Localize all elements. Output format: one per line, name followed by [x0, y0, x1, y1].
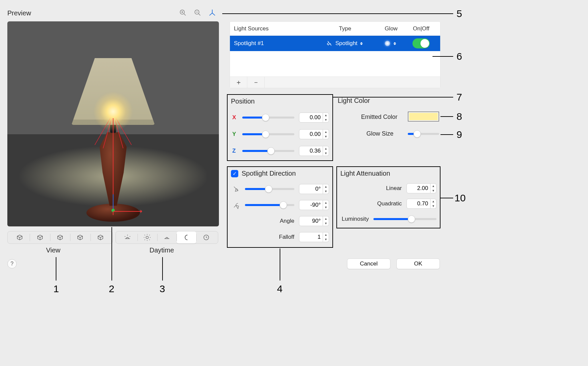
daytime-segmented[interactable]	[115, 231, 218, 244]
angle-stepper[interactable]: ▲▼	[299, 216, 329, 226]
linear-input[interactable]	[406, 183, 430, 193]
night-icon[interactable]	[177, 231, 196, 243]
view-front-icon[interactable]	[10, 231, 30, 243]
falloff-input[interactable]	[299, 232, 323, 242]
luminosity-label: Luminosity	[342, 216, 369, 222]
callout-5: 5	[457, 8, 462, 19]
col-onoff[interactable]: On|Off	[406, 25, 436, 32]
stepper-arrows-icon[interactable]: ▲▼	[323, 200, 329, 210]
view-label: View	[46, 246, 60, 254]
falloff-label: Falloff	[279, 234, 294, 240]
svg-line-23	[144, 235, 145, 235]
svg-point-18	[146, 236, 149, 238]
position-title: Position	[231, 98, 255, 105]
day-icon[interactable]	[137, 231, 157, 243]
zoom-out-icon[interactable]	[194, 9, 202, 17]
angle-input[interactable]	[299, 216, 323, 226]
spotlight-icon	[326, 40, 333, 47]
add-light-button[interactable]: ＋	[230, 77, 247, 88]
elevation-stepper[interactable]: ▲▼	[299, 200, 329, 210]
stepper-arrows-icon[interactable]: ▲▼	[323, 184, 329, 194]
col-sources[interactable]: Light Sources	[234, 25, 314, 32]
stepper-arrows-icon[interactable]: ▲▼	[430, 183, 436, 193]
x-slider[interactable]	[242, 117, 294, 119]
y-stepper[interactable]: ▲▼	[299, 129, 329, 139]
x-stepper[interactable]: ▲▼	[299, 113, 329, 123]
help-button[interactable]: ?	[7, 259, 17, 268]
table-footer: ＋ －	[230, 76, 440, 88]
table-header: Light Sources Type Glow On|Off	[230, 22, 440, 36]
stepper-arrows-icon[interactable]: ▲▼	[430, 199, 436, 209]
lightcolor-title: Light Color	[338, 97, 370, 105]
callout-2: 2	[109, 283, 114, 295]
x-label: X	[232, 114, 238, 121]
z-input[interactable]	[299, 146, 323, 156]
angle-label: Angle	[280, 218, 294, 224]
y-input[interactable]	[299, 129, 323, 139]
svg-line-24	[150, 239, 150, 240]
glow-dropdown[interactable]	[376, 40, 406, 46]
view-segmented[interactable]	[7, 231, 113, 244]
svg-line-9	[212, 13, 215, 15]
ok-button[interactable]: OK	[396, 258, 440, 269]
callout-line	[222, 13, 453, 14]
stepper-arrows-icon[interactable]: ▲▼	[323, 216, 329, 226]
cancel-button[interactable]: Cancel	[347, 258, 390, 269]
azimuth-slider[interactable]	[245, 188, 294, 190]
z-stepper[interactable]: ▲▼	[299, 146, 329, 156]
stepper-arrows-icon[interactable]: ▲▼	[323, 146, 329, 156]
zoom-in-icon[interactable]	[179, 9, 187, 17]
glowsize-slider[interactable]	[408, 133, 439, 135]
stepper-arrows-icon[interactable]: ▲▼	[323, 113, 329, 123]
clock-icon[interactable]	[196, 231, 216, 243]
emitted-color-swatch[interactable]	[408, 112, 439, 122]
callout-line	[333, 97, 453, 98]
quadratic-input[interactable]	[406, 199, 430, 209]
y-slider[interactable]	[242, 133, 294, 135]
quadratic-stepper[interactable]: ▲▼	[406, 199, 436, 209]
callout-9: 9	[457, 129, 462, 140]
remove-light-button[interactable]: －	[247, 77, 265, 88]
callout-line	[162, 257, 163, 281]
elevation-icon	[232, 201, 240, 209]
elevation-slider[interactable]	[245, 204, 294, 206]
x-input[interactable]	[299, 113, 323, 123]
view-back-icon[interactable]	[30, 231, 50, 243]
falloff-stepper[interactable]: ▲▼	[299, 232, 329, 242]
azimuth-icon	[232, 185, 240, 193]
callout-line	[440, 198, 453, 198]
preview-canvas[interactable]	[7, 21, 219, 226]
spotdir-checkbox[interactable]: ✓	[231, 170, 238, 177]
svg-line-8	[210, 13, 212, 15]
type-dropdown[interactable]: Spotlight	[314, 39, 376, 48]
axis-x-icon	[113, 211, 141, 212]
preview-toolbar	[179, 9, 216, 17]
stepper-arrows-icon[interactable]: ▲▼	[323, 129, 329, 139]
light-sources-table: Light Sources Type Glow On|Off Spotlight…	[230, 21, 440, 88]
azimuth-input[interactable]	[299, 184, 323, 194]
linear-stepper[interactable]: ▲▼	[406, 183, 436, 193]
stepper-arrows-icon[interactable]: ▲▼	[323, 232, 329, 242]
view-left-icon[interactable]	[50, 231, 70, 243]
azimuth-stepper[interactable]: ▲▼	[299, 184, 329, 194]
elevation-input[interactable]	[299, 200, 323, 210]
view-top-icon[interactable]	[90, 231, 110, 243]
onoff-toggle[interactable]	[412, 38, 430, 48]
table-row[interactable]: Spotlight #1 Spotlight	[230, 36, 440, 51]
col-glow[interactable]: Glow	[376, 25, 406, 32]
sunrise-icon[interactable]	[118, 231, 137, 243]
callout-line	[440, 134, 453, 135]
glow-preview-icon	[385, 41, 390, 46]
app-root: Preview	[0, 0, 447, 294]
col-type[interactable]: Type	[314, 25, 376, 32]
y-label: Y	[232, 131, 238, 138]
callout-10: 10	[455, 192, 466, 204]
svg-line-5	[199, 14, 201, 16]
spotdir-panel: ✓ Spotlight Direction ▲▼ ▲▼ Angle ▲▼ Fal…	[227, 166, 333, 248]
view-right-icon[interactable]	[70, 231, 90, 243]
z-slider[interactable]	[242, 150, 294, 152]
axes-icon[interactable]	[208, 9, 216, 17]
quadratic-label: Quadratic	[377, 200, 402, 207]
luminosity-slider[interactable]	[373, 218, 436, 220]
sunset-icon[interactable]	[157, 231, 177, 243]
